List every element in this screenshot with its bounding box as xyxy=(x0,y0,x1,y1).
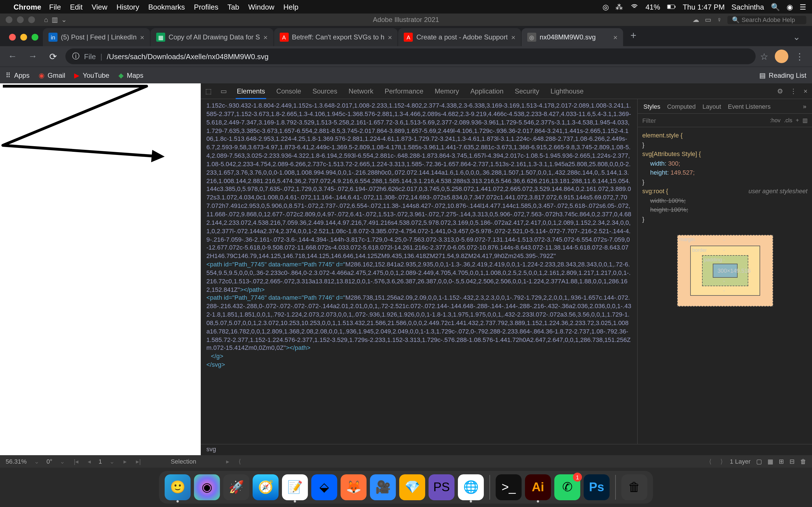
tab-sheets[interactable]: ▦ Copy of All Drawing Data for S × xyxy=(151,28,273,46)
menu-file[interactable]: File xyxy=(49,3,61,11)
bookmark-apps[interactable]: ⠿Apps xyxy=(6,71,30,79)
dock-launchpad[interactable]: 🚀 xyxy=(223,474,249,500)
user-name[interactable]: Sachintha xyxy=(731,3,764,11)
artboard-number[interactable]: 1 xyxy=(98,458,102,465)
tab-linkedin[interactable]: in (5) Post | Feed | LinkedIn × xyxy=(43,28,150,46)
layer-panel-icon[interactable]: ⊟ xyxy=(790,458,795,465)
bookmark-maps[interactable]: ◆Maps xyxy=(118,71,144,79)
screenrec-icon[interactable]: ◎ xyxy=(603,3,609,11)
site-info-icon[interactable]: ⓘ xyxy=(72,51,80,61)
dom-breadcrumb[interactable]: svg xyxy=(201,444,812,455)
chevron-down-icon[interactable]: ⌄ xyxy=(33,458,41,465)
ai-search-box[interactable]: 🔍 Search Adobe Help xyxy=(727,15,806,24)
inspect-icon[interactable]: ⬚ xyxy=(205,87,211,95)
profile-avatar[interactable] xyxy=(775,50,788,63)
dock-whatsapp[interactable]: ✆1 xyxy=(554,474,580,500)
menu-help[interactable]: Help xyxy=(283,3,299,11)
dock-sketch[interactable]: 💎 xyxy=(399,474,425,500)
dock-terminal[interactable]: >_ xyxy=(496,474,522,500)
dock-phpstorm[interactable]: PS xyxy=(428,474,455,500)
ai-bulb-icon[interactable]: ♀ xyxy=(717,16,722,24)
devtools-tab-memory[interactable]: Memory xyxy=(434,87,460,95)
tab-close-icon[interactable]: × xyxy=(263,33,267,41)
side-tab-computed[interactable]: Computed xyxy=(667,103,696,110)
tab-close-icon[interactable]: × xyxy=(140,33,144,41)
rendered-svg-viewport[interactable] xyxy=(0,83,201,455)
scroll-right-icon[interactable]: ⟩ xyxy=(719,458,724,465)
ai-cloud-icon[interactable]: ☁ xyxy=(693,16,699,24)
devtools-tab-console[interactable]: Console xyxy=(275,87,302,95)
dock-safari[interactable]: 🧭 xyxy=(253,474,278,500)
dock-notes[interactable]: 📝 xyxy=(282,474,308,500)
zoom-level[interactable]: 56.31% xyxy=(6,458,27,465)
hov-toggle[interactable]: :hov xyxy=(770,117,781,123)
new-rule-icon[interactable]: + xyxy=(796,117,799,123)
devtools-tab-performance[interactable]: Performance xyxy=(384,87,424,95)
side-tab-events[interactable]: Event Listeners xyxy=(728,103,771,110)
layer-panel-icon[interactable]: ⊞ xyxy=(779,458,784,465)
devtools-tab-elements[interactable]: Elements xyxy=(236,87,266,99)
layer-panel-icon[interactable]: ▢ xyxy=(756,458,762,465)
ai-dropdown-icon[interactable]: ⌄ xyxy=(61,16,67,24)
device-toggle-icon[interactable]: ▭ xyxy=(220,87,227,95)
dock-firefox[interactable]: 🦊 xyxy=(341,474,366,500)
ai-traffic-lights[interactable] xyxy=(6,16,35,23)
prev-artboard-icon[interactable]: ◂ xyxy=(86,458,93,465)
forward-button[interactable]: → xyxy=(25,48,41,64)
ai-share-icon[interactable]: ▭ xyxy=(705,16,711,24)
devtools-tab-network[interactable]: Network xyxy=(347,87,374,95)
menu-profiles[interactable]: Profiles xyxy=(194,3,218,11)
devtools-tab-lighthouse[interactable]: Lighthouse xyxy=(549,87,585,95)
menu-bookmarks[interactable]: Bookmarks xyxy=(148,3,185,11)
kebab-menu-icon[interactable]: ⋮ xyxy=(795,51,804,62)
dock-finder[interactable]: 🙂 xyxy=(165,474,191,500)
dock-zoom[interactable]: 🎥 xyxy=(370,474,396,500)
dock-trash[interactable]: 🗑 xyxy=(621,474,647,500)
menu-tab[interactable]: Tab xyxy=(227,3,239,11)
ai-home-icon[interactable]: ⌂ xyxy=(44,16,48,24)
tab-close-icon[interactable]: × xyxy=(388,33,392,41)
sidebar-layout-icon[interactable]: ▥ xyxy=(802,117,808,123)
dock-chrome[interactable]: 🌐 xyxy=(458,474,484,500)
tab-svg-active[interactable]: ◎ nx048MM9W0.svg × xyxy=(522,28,623,46)
dock-siri[interactable]: ◉ xyxy=(194,474,220,500)
siri-icon[interactable]: ◉ xyxy=(786,3,793,11)
bookmark-star-icon[interactable]: ☆ xyxy=(760,51,768,62)
scroll-left-icon[interactable]: ⟨ xyxy=(707,458,713,465)
bookmark-gmail[interactable]: ◉Gmail xyxy=(39,71,65,79)
clock[interactable]: Thu 1:47 PM xyxy=(682,3,725,11)
bookmark-youtube[interactable]: ▶YouTube xyxy=(74,71,109,79)
new-tab-button[interactable]: + xyxy=(624,30,643,46)
tab-adobe1[interactable]: A Betreff: Can't export SVGs to h × xyxy=(274,28,398,46)
trash-icon[interactable]: 🗑 xyxy=(800,458,806,465)
next-artboard-icon[interactable]: ▸ xyxy=(122,458,129,465)
last-artboard-icon[interactable]: ▸| xyxy=(134,458,143,465)
back-button[interactable]: ← xyxy=(4,48,20,64)
chrome-traffic-lights[interactable] xyxy=(4,34,43,46)
tab-adobe2[interactable]: A Create a post - Adobe Support × xyxy=(398,28,521,46)
control-center-icon[interactable]: ☰ xyxy=(800,3,806,11)
side-tab-layout[interactable]: Layout xyxy=(702,103,721,110)
bluetooth-icon[interactable]: ⁂ xyxy=(615,3,623,11)
omnibox[interactable]: ⓘ File | /Users/sach/Downloads/Axelle/nx… xyxy=(65,48,756,64)
style-rules[interactable]: element.style { } svg[Attributes Style] … xyxy=(638,127,812,321)
reload-button[interactable]: ⟳ xyxy=(45,48,61,64)
menu-view[interactable]: View xyxy=(92,3,107,11)
devtools-close-icon[interactable]: × xyxy=(804,87,808,95)
side-tab-styles[interactable]: Styles xyxy=(644,103,660,110)
battery-percent[interactable]: 41% xyxy=(645,3,660,11)
chevron-down-icon[interactable]: ⌄ xyxy=(108,458,116,465)
tab-close-icon[interactable]: × xyxy=(613,33,617,41)
dock-photoshop[interactable]: Ps xyxy=(583,474,610,500)
spotlight-icon[interactable]: 🔍 xyxy=(771,3,780,11)
cls-toggle[interactable]: .cls xyxy=(784,117,792,123)
bookmark-reading-list[interactable]: ▤Reading List xyxy=(759,71,806,79)
side-tab-more-icon[interactable]: » xyxy=(803,103,806,110)
devtools-tab-security[interactable]: Security xyxy=(514,87,541,95)
tab-overflow[interactable]: ⌄ xyxy=(785,32,812,46)
ai-panel-icon[interactable]: ▥ xyxy=(52,16,58,24)
wifi-icon[interactable] xyxy=(629,3,639,11)
devtools-tab-sources[interactable]: Sources xyxy=(311,87,338,95)
rotate-value[interactable]: 0° xyxy=(47,458,52,465)
layer-panel-icon[interactable]: ▦ xyxy=(767,458,773,465)
